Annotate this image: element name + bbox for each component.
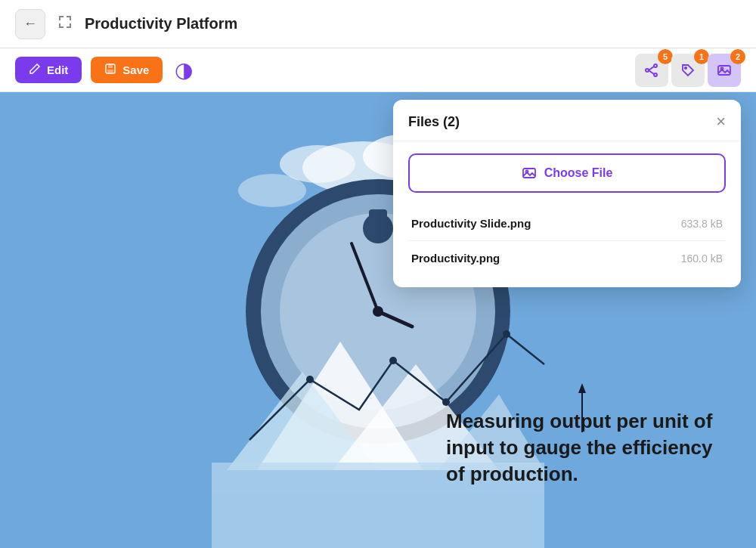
- edit-icon: [29, 63, 41, 77]
- expand-icon[interactable]: [57, 14, 73, 33]
- image-icon: [522, 166, 537, 181]
- file-list: Productivity Slide.png 633.8 kB Producti…: [408, 206, 726, 275]
- svg-rect-2: [107, 70, 113, 73]
- tag-button[interactable]: 1: [671, 54, 705, 87]
- save-icon: [104, 63, 116, 77]
- file-name: Productivity Slide.png: [411, 217, 531, 230]
- svg-line-6: [649, 67, 654, 70]
- svg-point-5: [646, 69, 649, 72]
- svg-rect-31: [212, 493, 544, 548]
- file-size: 633.8 kB: [681, 218, 723, 230]
- svg-point-28: [442, 398, 450, 406]
- slide-text: Measuring output per unit of input to ga…: [446, 408, 733, 488]
- save-button[interactable]: Save: [91, 57, 163, 83]
- image-button[interactable]: 2: [708, 54, 741, 87]
- image-badge: 2: [730, 49, 745, 64]
- svg-line-7: [649, 70, 654, 74]
- popup-body: Choose File Productivity Slide.png 633.8…: [393, 141, 741, 287]
- svg-point-3: [654, 64, 657, 67]
- files-popup: Files (2) × Choose File Productivity Sli…: [393, 100, 741, 287]
- back-icon: ←: [23, 16, 37, 32]
- svg-point-26: [306, 376, 314, 383]
- edit-button[interactable]: Edit: [15, 57, 82, 83]
- svg-marker-36: [578, 383, 586, 393]
- file-item: Productivity Slide.png 633.8 kB: [408, 206, 726, 241]
- tag-badge: 1: [694, 49, 709, 64]
- choose-file-button[interactable]: Choose File: [408, 153, 726, 193]
- svg-rect-1: [108, 64, 113, 68]
- svg-point-29: [503, 330, 510, 338]
- svg-rect-21: [369, 209, 387, 232]
- svg-point-16: [238, 174, 306, 207]
- page-title: Productivity Platform: [85, 15, 741, 33]
- svg-rect-37: [523, 169, 535, 178]
- share-button[interactable]: 5: [635, 54, 668, 87]
- svg-rect-9: [718, 66, 730, 75]
- popup-title: Files (2): [408, 114, 460, 130]
- share-badge: 5: [658, 49, 673, 64]
- toolbar: Edit Save ◑ 5: [0, 48, 756, 92]
- toggle-icon[interactable]: ◑: [175, 57, 193, 82]
- popup-header: Files (2) ×: [393, 100, 741, 141]
- toolbar-actions: 5 1 2: [635, 54, 741, 87]
- header: ← Productivity Platform: [0, 0, 756, 48]
- back-button[interactable]: ←: [15, 9, 45, 39]
- svg-point-8: [685, 67, 686, 68]
- svg-point-34: [373, 306, 383, 317]
- file-size: 160.0 kB: [681, 252, 723, 265]
- main-content: Measuring output per unit of input to ga…: [0, 92, 756, 548]
- popup-close-button[interactable]: ×: [716, 113, 726, 130]
- svg-point-27: [389, 357, 397, 364]
- file-name: Productivity.png: [411, 252, 500, 265]
- file-item: Productivity.png 160.0 kB: [408, 241, 726, 275]
- svg-point-4: [654, 73, 657, 76]
